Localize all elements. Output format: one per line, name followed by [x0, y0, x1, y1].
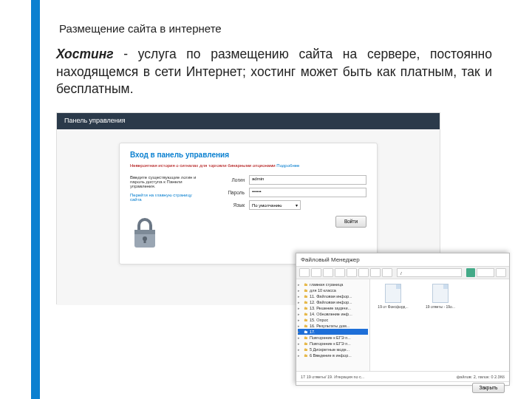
login-left-col: Введите существующие логин и пароль дост… — [130, 175, 204, 251]
fm-close-button[interactable]: Закрыть — [472, 383, 505, 393]
fm-tool-8[interactable] — [382, 268, 392, 277]
lang-value: По умолчанию — [252, 203, 282, 208]
lock-icon — [130, 215, 160, 250]
fm-tool-7[interactable] — [370, 268, 381, 277]
folder-icon: 🖿 — [304, 341, 308, 346]
file-manager-screenshot: Файловый Менеджер / 🖿главная страница🖿дл… — [296, 253, 510, 386]
fm-status-left: 17 19 ответы/ 19. Итерация по с... — [301, 375, 364, 379]
fm-footer: Закрыть — [296, 381, 509, 395]
fm-file-item[interactable]: 19 ответы - 19о... — [422, 284, 459, 366]
fm-file-item[interactable]: 19 от Фоксфорд... — [375, 284, 412, 366]
fm-toolbar: / — [296, 266, 509, 279]
folder-icon: 🖿 — [304, 306, 308, 310]
file-icon — [385, 284, 401, 303]
folder-icon: 🖿 — [304, 288, 308, 293]
fm-tree-node[interactable]: 🖿17. — [298, 329, 368, 335]
fm-tree-node[interactable]: 🖿главная страница — [298, 282, 368, 287]
folder-icon: 🖿 — [304, 312, 308, 316]
login-hint: Введите существующие логин и пароль дост… — [130, 175, 204, 188]
folder-icon: 🖿 — [304, 282, 308, 287]
fm-title: Файловый Менеджер — [296, 253, 509, 266]
fm-status-right: файлов: 2, папок: 0 2.3Кб — [457, 375, 505, 379]
fm-path-input[interactable]: / — [397, 268, 462, 277]
login-button[interactable]: Войти — [335, 216, 366, 228]
fm-tree-node[interactable]: 🖿16. Результаты дом... — [298, 323, 368, 329]
fm-tree-node[interactable]: 🖿для 10 класса — [298, 287, 368, 293]
fm-tree[interactable]: 🖿главная страница🖿для 10 класса🖿11. Файл… — [296, 279, 370, 371]
folder-icon: 🖿 — [304, 353, 308, 358]
folder-icon: 🖿 — [304, 324, 308, 328]
fm-tool-6[interactable] — [358, 268, 369, 277]
login-card: Вход в панель управления Невероятная ист… — [119, 143, 378, 265]
fm-tree-node[interactable]: 🖿15. Опрос — [298, 317, 368, 323]
folder-icon: 🖿 — [304, 330, 308, 334]
fm-file-pane[interactable]: 19 от Фоксфорд...19 ответы - 19о... — [370, 279, 509, 371]
fm-tree-node[interactable]: 🖿5 Дискретные моде... — [298, 347, 368, 352]
term: Хостинг — [56, 47, 114, 61]
fm-tool-3[interactable] — [323, 268, 333, 277]
fm-go-button[interactable] — [466, 268, 475, 277]
chevron-down-icon: ▾ — [296, 202, 298, 208]
svg-rect-3 — [144, 239, 146, 243]
slide-title: Размещение сайта в интернете — [59, 22, 222, 35]
fm-tree-node[interactable]: 🖿Повторение к ЕГЭ п... — [298, 341, 368, 347]
file-icon — [432, 284, 449, 303]
fm-status-bar: 17 19 ответы/ 19. Итерация по с... файло… — [296, 371, 509, 381]
fm-search-button[interactable] — [496, 268, 506, 277]
password-input[interactable]: •••••• — [249, 188, 366, 197]
alert-text: Невероятная история о сигналах для торго… — [130, 163, 276, 168]
fm-tool-2[interactable] — [311, 268, 321, 277]
login-input[interactable]: admin — [249, 175, 366, 185]
password-label: Пароль — [211, 190, 245, 195]
accent-bar — [31, 0, 40, 399]
cp-header: Панель управления — [57, 113, 440, 129]
definition: - услуга по размещению сайта на сервере,… — [56, 47, 492, 96]
folder-icon: 🖿 — [304, 318, 308, 322]
login-alert: Невероятная история о сигналах для торго… — [130, 163, 366, 168]
login-form: Логин admin Пароль •••••• Язык По умолча… — [211, 175, 366, 251]
fm-tool-4[interactable] — [335, 268, 345, 277]
fm-tree-node[interactable]: 🖿13. Решение задачи... — [298, 305, 368, 311]
lang-select[interactable]: По умолчанию ▾ — [249, 200, 301, 210]
fm-tree-node[interactable]: 🖿Повторение к ЕГЭ п... — [298, 335, 368, 341]
login-label: Логин — [211, 177, 245, 183]
fm-tree-node[interactable]: 🖿12. Файловая инфор... — [298, 299, 368, 305]
folder-icon: 🖿 — [304, 347, 308, 352]
fm-tool-1[interactable] — [299, 268, 310, 277]
fm-tree-node[interactable]: 🖿11. Файловая инфор... — [298, 293, 368, 299]
folder-icon: 🖿 — [304, 335, 308, 340]
body-text: Хостинг - услуга по размещению сайта на … — [56, 46, 492, 98]
svg-rect-1 — [134, 230, 155, 234]
home-link[interactable]: Перейти на главную страницу сайта — [130, 193, 204, 202]
login-card-title: Вход в панель управления — [130, 151, 366, 159]
lang-label: Язык — [211, 202, 245, 208]
fm-search-input[interactable] — [477, 268, 494, 277]
folder-icon: 🖿 — [304, 300, 308, 304]
folder-icon: 🖿 — [304, 294, 308, 299]
fm-tree-node[interactable]: 🖿14. Обновление инф... — [298, 311, 368, 317]
fm-tree-node[interactable]: 🖿6 Введение в инфор... — [298, 352, 368, 358]
fm-tool-5[interactable] — [347, 268, 357, 277]
alert-link[interactable]: Подробнее — [276, 163, 299, 168]
